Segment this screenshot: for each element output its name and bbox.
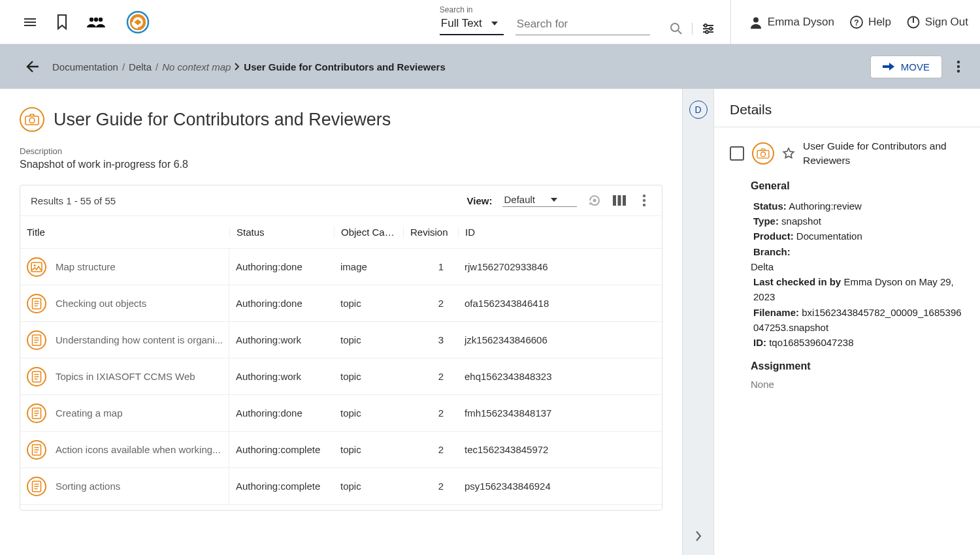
svg-point-6: [704, 24, 707, 27]
description-text: Snapshot of work in-progress for 6.8: [20, 159, 662, 170]
field-id: ID: tqo1685396047238: [753, 335, 964, 350]
details-tab-icon[interactable]: D: [689, 101, 708, 119]
col-revision[interactable]: Revision: [403, 227, 458, 238]
filter-icon[interactable]: [702, 22, 715, 35]
logo-icon[interactable]: [123, 10, 153, 35]
user-name: Emma Dyson: [768, 16, 834, 29]
row-category: topic: [334, 444, 403, 455]
row-revision: 2: [403, 407, 458, 419]
move-button[interactable]: MOVE: [870, 56, 942, 78]
svg-point-13: [957, 61, 960, 63]
people-icon[interactable]: [86, 16, 106, 29]
row-title: Topics in IXIASOFT CCMS Web: [20, 358, 229, 394]
field-product: Product: Documentation: [753, 229, 964, 244]
table-row[interactable]: Checking out objectsAuthoring:donetopic2…: [20, 285, 662, 322]
table-toolbar: Results 1 - 55 of 55 View: Default: [20, 185, 662, 216]
table-row[interactable]: Action icons available when working...Au…: [20, 432, 662, 468]
back-button[interactable]: [25, 59, 39, 74]
page-title-row: User Guide for Contributors and Reviewer…: [20, 107, 662, 132]
table-row[interactable]: Understanding how content is organi...Au…: [20, 322, 662, 358]
svg-point-5: [671, 24, 679, 31]
table-row[interactable]: Sorting actionsAuthoring:completetopic2p…: [20, 468, 662, 505]
help-button[interactable]: ? Help: [850, 16, 891, 29]
search-aux-icons: [670, 22, 715, 35]
row-revision: 2: [403, 481, 458, 492]
row-id: fmh1562343848137: [458, 407, 589, 419]
columns-icon[interactable]: [612, 195, 627, 206]
col-category[interactable]: Object Cat…: [334, 227, 403, 238]
results-count: Results 1 - 55 of 55: [31, 195, 116, 206]
header-left: [22, 10, 153, 35]
topic-icon: [27, 294, 46, 313]
refresh-icon[interactable]: [587, 193, 602, 208]
crumb-documentation[interactable]: Documentation: [52, 61, 118, 72]
breadcrumb-bar: Documentation / Delta / No context map U…: [0, 44, 980, 89]
table-row[interactable]: Creating a mapAuthoring:donetopic2fmh156…: [20, 395, 662, 432]
col-title[interactable]: Title: [20, 227, 229, 238]
topic-icon: [27, 367, 46, 387]
details-title: Details: [730, 102, 964, 118]
row-revision: 1: [403, 261, 458, 272]
crumb-nocontext[interactable]: No context map: [162, 61, 231, 72]
table-row[interactable]: Topics in IXIASOFT CCMS WebAuthoring:wor…: [20, 358, 662, 395]
svg-text:?: ?: [854, 18, 858, 27]
view-label: View:: [467, 195, 493, 206]
row-revision: 2: [403, 298, 458, 309]
signout-label: Sign Out: [925, 16, 968, 29]
description-label: Description: [20, 146, 662, 156]
toolbar-right: View: Default: [467, 193, 651, 208]
favorite-icon[interactable]: [782, 147, 795, 160]
row-title-text: Sorting actions: [56, 481, 120, 492]
field-type: Type: snapshot: [753, 214, 964, 229]
svg-point-14: [957, 65, 960, 68]
select-checkbox[interactable]: [730, 146, 744, 161]
col-id[interactable]: ID: [458, 227, 589, 238]
search-area: Search in Full Text: [440, 5, 715, 39]
row-revision: 2: [403, 444, 458, 455]
assignment-heading: Assignment: [751, 360, 964, 372]
svg-point-17: [29, 118, 35, 123]
row-id: ofa1562343846418: [458, 298, 589, 309]
user-menu[interactable]: Emma Dyson: [749, 16, 834, 29]
search-in-value: Full Text: [441, 17, 482, 30]
bookmark-icon[interactable]: [55, 14, 69, 31]
row-title: Action icons available when working...: [20, 432, 229, 468]
svg-point-9: [753, 17, 759, 22]
field-lastchecked: Last checked in by Emma Dyson on May 29,…: [753, 274, 964, 305]
svg-point-23: [643, 199, 645, 202]
collapse-panel-icon[interactable]: [694, 530, 702, 542]
divider: [714, 127, 980, 127]
main-area: User Guide for Contributors and Reviewer…: [0, 89, 980, 555]
breadcrumb: Documentation / Delta / No context map U…: [52, 61, 446, 72]
row-category: topic: [334, 407, 403, 419]
hamburger-icon[interactable]: [22, 14, 38, 30]
crumb-delta[interactable]: Delta: [129, 61, 152, 72]
table-more-icon[interactable]: [637, 194, 651, 207]
row-category: image: [334, 261, 403, 272]
row-id: ehq1562343848323: [458, 371, 589, 382]
more-actions-icon[interactable]: [951, 60, 966, 73]
crumb-sep: /: [155, 61, 158, 72]
row-title: Understanding how content is organi...: [20, 322, 229, 358]
row-status: Authoring:done: [229, 407, 334, 419]
signout-button[interactable]: Sign Out: [907, 16, 968, 29]
row-status: Authoring:work: [229, 334, 334, 345]
row-title-text: Topics in IXIASOFT CCMS Web: [56, 371, 195, 382]
row-title: Checking out objects: [20, 285, 229, 321]
search-input[interactable]: [515, 17, 650, 35]
row-title-text: Understanding how content is organi...: [56, 334, 223, 345]
search-in-select[interactable]: Full Text: [440, 17, 504, 35]
general-heading: General: [751, 180, 964, 192]
svg-point-24: [643, 204, 645, 206]
search-icon[interactable]: [670, 22, 683, 35]
topic-icon: [27, 477, 46, 496]
table-body[interactable]: Map structureAuthoring:doneimage1rjw1562…: [20, 249, 662, 510]
view-select[interactable]: Default: [502, 194, 577, 207]
table-row[interactable]: Map structureAuthoring:doneimage1rjw1562…: [20, 249, 662, 285]
separator: [692, 23, 693, 35]
row-revision: 3: [403, 334, 458, 345]
topic-icon: [27, 440, 46, 460]
col-status[interactable]: Status: [229, 227, 334, 238]
field-branch-label: Branch:: [753, 244, 964, 259]
row-title: Sorting actions: [20, 468, 229, 504]
